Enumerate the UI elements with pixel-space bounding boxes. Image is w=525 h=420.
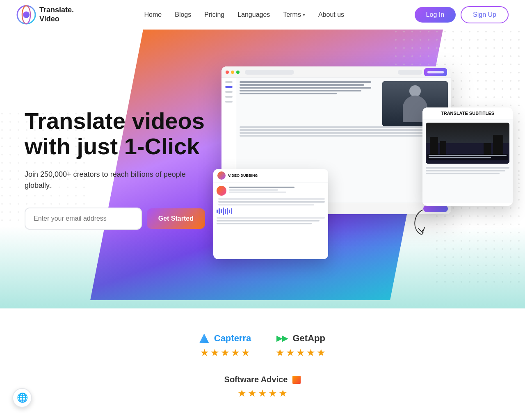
text-line: [240, 81, 371, 83]
hero-section: Translate videos with just 1-Click Join …: [0, 30, 525, 308]
get-started-button[interactable]: Get Started: [147, 208, 205, 229]
hero-title: Translate videos with just 1-Click: [25, 108, 205, 159]
getapp-logo: ▶▶ GetApp: [276, 333, 325, 344]
ss-icon-4: [225, 96, 233, 98]
main-nav: Home Blogs Pricing Languages Terms ▾ Abo…: [144, 11, 345, 18]
star-2: ★: [210, 347, 219, 358]
star-5: ★: [241, 347, 250, 358]
star-3: ★: [221, 347, 230, 358]
globe-icon: 🌐: [17, 393, 28, 403]
ss-icon-2: [225, 86, 233, 88]
subtitle-line: [429, 157, 491, 158]
ss-icon-1: [225, 81, 233, 83]
star-1: ★: [237, 388, 247, 399]
star-3: ★: [296, 347, 305, 358]
header: Translate. Video Home Blogs Pricing Lang…: [0, 0, 525, 30]
login-button[interactable]: Log In: [415, 7, 456, 23]
dubbing-screenshot: VIDEO DUBBING: [213, 169, 328, 259]
text-line: [240, 84, 364, 86]
text-line: [240, 90, 361, 91]
star-4: ★: [268, 388, 277, 399]
capterra-stars: ★ ★ ★ ★ ★: [200, 347, 250, 358]
sub-text-line: [426, 170, 505, 171]
subtitles-body: [422, 119, 513, 203]
expand-dot: [236, 71, 240, 74]
subtitles-screenshot: TRANSLATE SUBTITLES: [422, 107, 513, 206]
dub-line: [217, 223, 312, 224]
wave-bar: [227, 208, 228, 215]
text-line: [240, 87, 371, 89]
ss-toolbar: [221, 66, 451, 78]
wave-bar: [221, 209, 222, 213]
hero-swirl: [410, 206, 435, 239]
nav-item-blogs[interactable]: Blogs: [175, 11, 191, 18]
dub-line: [217, 217, 325, 219]
dub-line: [218, 198, 325, 200]
subtitle-line: [429, 155, 507, 156]
text-line: [240, 93, 337, 94]
star-1: ★: [200, 347, 209, 358]
wave-bar: [219, 208, 220, 214]
jp-text-line: [240, 132, 438, 134]
ss-icon-3: [225, 91, 233, 93]
header-actions: Log In Sign Up: [415, 6, 509, 23]
nav-item-pricing[interactable]: Pricing: [204, 11, 224, 18]
close-dot: [226, 71, 229, 74]
wave-bar: [225, 209, 226, 214]
terms-dropdown-arrow: ▾: [303, 12, 305, 18]
hero-subtitle: Join 250,000+ creators to reach billions…: [25, 169, 205, 191]
minimize-dot: [231, 71, 234, 74]
jp-text-line: [240, 129, 444, 131]
subtitles-video: [426, 123, 509, 164]
subtitles-header: TRANSLATE SUBTITLES: [422, 107, 513, 119]
social-proof-row-1: Capterra ★ ★ ★ ★ ★ ▶▶ GetApp ★ ★ ★ ★ ★: [199, 333, 326, 358]
star-5: ★: [278, 388, 288, 399]
star-5: ★: [317, 347, 326, 358]
star-2: ★: [286, 347, 295, 358]
social-proof-section: Capterra ★ ★ ★ ★ ★ ▶▶ GetApp ★ ★ ★ ★ ★: [0, 308, 525, 415]
software-advice-logo: Software Advice: [224, 375, 301, 384]
software-advice-flag-icon: [292, 376, 301, 384]
ss-icon-5: [225, 101, 233, 103]
logo[interactable]: Translate. Video: [16, 5, 74, 25]
dub-line: [217, 220, 320, 221]
waveform: [217, 207, 325, 215]
star-3: ★: [258, 388, 267, 399]
email-input[interactable]: [25, 208, 142, 230]
dub-line: [218, 204, 314, 205]
star-1: ★: [276, 347, 285, 358]
nav-item-terms[interactable]: Terms ▾: [283, 11, 305, 18]
software-advice-stars: ★ ★ ★ ★ ★: [237, 388, 288, 399]
software-advice-badge: Software Advice ★ ★ ★ ★ ★: [224, 375, 301, 399]
logo-icon: [16, 5, 36, 25]
getapp-icon: ▶▶: [276, 334, 288, 343]
nav-item-languages[interactable]: Languages: [237, 11, 270, 18]
wave-bar: [231, 208, 232, 214]
capterra-icon: [199, 333, 209, 343]
jp-text-line: [240, 135, 427, 137]
capterra-logo: Capterra: [199, 333, 251, 344]
dubbing-header: VIDEO DUBBING: [213, 169, 328, 183]
email-form: Get Started: [25, 208, 205, 230]
capterra-badge: Capterra ★ ★ ★ ★ ★: [199, 333, 251, 358]
wave-bar: [217, 210, 218, 213]
jp-text-line: [240, 126, 448, 128]
logo-text: Translate. Video: [39, 6, 74, 23]
dubbing-body: [213, 183, 328, 258]
hero-left: Translate videos with just 1-Click Join …: [25, 108, 221, 229]
getapp-badge: ▶▶ GetApp ★ ★ ★ ★ ★: [276, 333, 326, 358]
nav-item-about[interactable]: About us: [318, 11, 344, 18]
sub-text-line: [426, 167, 509, 169]
globe-language-button[interactable]: 🌐: [12, 388, 32, 408]
nav-item-home[interactable]: Home: [144, 11, 162, 18]
wave-bar: [223, 208, 224, 215]
sub-text-line: [426, 173, 500, 174]
hero-screenshots: VIDEO DUBBING: [221, 66, 500, 272]
wave-bar: [229, 210, 230, 213]
star-4: ★: [231, 347, 240, 358]
star-2: ★: [248, 388, 257, 399]
getapp-stars: ★ ★ ★ ★ ★: [276, 347, 326, 358]
hero-content: Translate videos with just 1-Click Join …: [0, 30, 525, 308]
signup-button[interactable]: Sign Up: [461, 6, 509, 23]
dub-line: [218, 201, 325, 203]
